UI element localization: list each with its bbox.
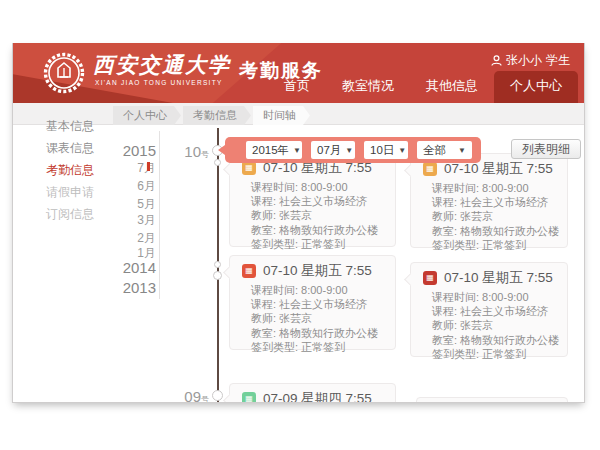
calendar-icon [242, 161, 256, 175]
calendar-icon [242, 264, 256, 278]
attendance-app-window: 西安交通大学 XI'AN JIAO TONG UNIVERSITY 考勤服务 张… [12, 43, 585, 403]
attendance-card: 07-10 星期五 7:55 课程时间:8:00-9:00 课程:社会主义市场经… [410, 262, 568, 357]
current-month-marker [147, 162, 150, 171]
breadcrumb-attendance[interactable]: 考勤信息 [183, 106, 251, 125]
breadcrumb-timeline[interactable]: 时间轴 [253, 106, 310, 125]
timeline-year-2014[interactable]: 2014 [96, 259, 156, 276]
sidebar-item-basic-info[interactable]: 基本信息 [46, 118, 116, 135]
timeline-month-may[interactable]: 5月 [96, 196, 156, 213]
timeline-node [214, 159, 221, 166]
attendance-card: 07-09 星期四 7:55 [229, 383, 396, 403]
attendance-card: 07-10 星期五 7:55 课程时间:8:00-9:00 课程:社会主义市场经… [410, 153, 568, 248]
university-name-cn: 西安交通大学 [93, 51, 231, 79]
chevron-down-icon: ▼ [398, 146, 406, 155]
person-icon [491, 55, 502, 66]
user-info[interactable]: 张小小 学生 [491, 52, 570, 69]
breadcrumb: 个人中心 考勤信息 时间轴 [113, 106, 310, 125]
breadcrumb-personal-center[interactable]: 个人中心 [113, 106, 181, 125]
year-timeline-line [159, 131, 160, 299]
app-header: 西安交通大学 XI'AN JIAO TONG UNIVERSITY 考勤服务 张… [13, 43, 584, 103]
nav-other-info[interactable]: 其他信息 [410, 71, 494, 103]
day-label-10: 10号 [171, 143, 209, 160]
calendar-icon [242, 392, 256, 403]
nav-classrooms[interactable]: 教室情况 [326, 71, 410, 103]
chevron-down-icon: ▼ [345, 146, 353, 155]
timeline-month-mar[interactable]: 3月 [96, 212, 156, 229]
nav-personal-center[interactable]: 个人中心 [494, 71, 578, 103]
screenshot-canvas: 西安交通大学 XI'AN JIAO TONG UNIVERSITY 考勤服务 张… [0, 0, 600, 450]
timeline-node [213, 271, 222, 280]
attendance-card: 07-10 星期五 7:55 课程时间:8:00-9:00 课程:社会主义市场经… [229, 255, 396, 350]
top-nav: 首页 教室情况 其他信息 个人中心 [268, 71, 578, 103]
user-role: 学生 [546, 52, 570, 69]
timeline-month-jun[interactable]: 6月 [96, 178, 156, 195]
chevron-down-icon: ▼ [293, 146, 301, 155]
day-select[interactable]: 10日▼ [364, 141, 408, 159]
timeline-node [212, 390, 223, 401]
attendance-card [416, 397, 568, 403]
chevron-down-icon: ▼ [458, 146, 466, 155]
timeline-year-2015[interactable]: 2015 [96, 142, 156, 159]
month-select[interactable]: 07月▼ [311, 141, 355, 159]
card-title: 07-09 星期四 7:55 [263, 390, 372, 403]
nav-home[interactable]: 首页 [268, 71, 326, 103]
user-name: 张小小 [506, 52, 542, 69]
date-filter-callout: 2015年▼ 07月▼ 10日▼ 全部▼ [225, 137, 481, 163]
type-select[interactable]: 全部▼ [417, 141, 472, 159]
list-detail-button[interactable]: 列表明细 [511, 139, 581, 159]
calendar-icon [423, 162, 437, 176]
card-title: 07-10 星期五 7:55 [444, 269, 553, 287]
calendar-icon [423, 271, 437, 285]
timeline-year-2013[interactable]: 2013 [96, 279, 156, 296]
university-name-en: XI'AN JIAO TONG UNIVERSITY [95, 79, 223, 86]
card-title: 07-10 星期五 7:55 [263, 262, 372, 280]
year-select[interactable]: 2015年▼ [246, 141, 302, 159]
timeline-node [214, 261, 221, 268]
attendance-card: 07-10 星期五 7:55 课程时间:8:00-9:00 课程:社会主义市场经… [229, 152, 396, 247]
university-logo-icon [43, 52, 85, 94]
day-label-09: 09号 [171, 388, 209, 403]
